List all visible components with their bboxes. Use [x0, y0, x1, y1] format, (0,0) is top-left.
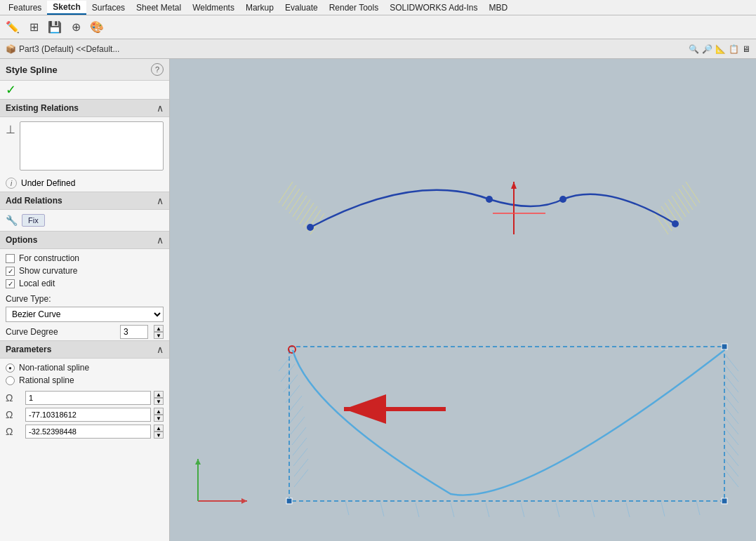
param-input-1[interactable] [25, 391, 151, 405]
options-label: Options [6, 235, 37, 245]
param-3-spinner: ▲ ▼ [154, 425, 164, 439]
existing-relations-toggle: ∧ [157, 102, 164, 114]
add-relations-header[interactable]: Add Relations ∧ [0, 192, 169, 210]
part-icon: 📦 [6, 44, 16, 54]
options-toggle: ∧ [157, 234, 164, 246]
toolbar-color-icon[interactable]: 🎨 [87, 18, 107, 37]
degree-up-button[interactable]: ▲ [154, 325, 164, 332]
menu-features[interactable]: Features [3, 1, 47, 14]
for-construction-checkbox[interactable] [6, 254, 15, 263]
toolbar-grid-icon[interactable]: ⊞ [24, 18, 44, 37]
toolbar2-icon-1[interactable]: 🔍 [689, 44, 699, 54]
menu-surfaces[interactable]: Surfaces [86, 1, 131, 14]
option-show-curvature: Show curvature [6, 266, 164, 276]
option-for-construction: For construction [6, 253, 164, 263]
toolbar-save-icon[interactable]: 💾 [45, 18, 65, 37]
under-defined-row: i Under Defined [0, 175, 169, 192]
menu-mbd[interactable]: MBD [484, 1, 514, 14]
curve-type-label: Curve Type: [0, 293, 169, 305]
panel-help-button[interactable]: ? [151, 63, 164, 76]
parameters-header[interactable]: Parameters ∧ [0, 340, 169, 359]
toolbar: ✏️ ⊞ 💾 ⊕ 🎨 [0, 15, 756, 39]
param-input-2[interactable] [25, 408, 151, 422]
panel-header: Style Spline ? [0, 59, 169, 81]
menu-render-tools[interactable]: Render Tools [324, 1, 385, 14]
under-defined-label: Under Defined [21, 178, 75, 188]
param-3-down[interactable]: ▼ [154, 432, 164, 439]
sketch-svg [170, 59, 756, 541]
info-icon: i [6, 178, 17, 189]
toolbar2-icon-4[interactable]: 📋 [729, 44, 739, 54]
curve-degree-row: Curve Degree ▲ ▼ [0, 323, 169, 340]
svg-rect-35 [722, 498, 727, 504]
param-icon-1: Ω [6, 392, 22, 403]
menu-bar: Features Sketch Surfaces Sheet Metal Wel… [0, 0, 756, 15]
existing-relations-box [20, 121, 164, 171]
toolbar2-icon-3[interactable]: 📐 [715, 44, 726, 54]
curve-select-row: Bezier Curve B-Spline Curve [0, 305, 169, 323]
main-layout: Style Spline ? ✓ Existing Relations ∧ ⊥ … [0, 59, 756, 541]
toolbar2: 📦 Part3 (Default) <<Default... 🔍 🔎 📐 📋 🖥 [0, 39, 756, 59]
canvas-area [170, 59, 756, 541]
confirm-button[interactable]: ✓ [0, 81, 169, 99]
non-rational-label: Non-rational spline [19, 363, 89, 373]
existing-relations-label: Existing Relations [6, 103, 79, 113]
menu-weldments[interactable]: Weldments [187, 1, 240, 14]
toolbar-sketch-icon[interactable]: ✏️ [3, 18, 22, 37]
toolbar2-icon-5[interactable]: 🖥 [742, 44, 750, 54]
param-2-down[interactable]: ▼ [154, 415, 164, 422]
rational-row: Rational spline [6, 375, 164, 385]
option-local-edit: Local edit [6, 279, 164, 288]
rational-radio[interactable] [6, 376, 15, 385]
curve-type-select[interactable]: Bezier Curve B-Spline Curve [6, 307, 164, 322]
show-curvature-label: Show curvature [19, 266, 77, 276]
for-construction-label: For construction [19, 253, 79, 263]
param-2-up[interactable]: ▲ [154, 408, 164, 415]
local-edit-label: Local edit [19, 279, 55, 288]
param-1-down[interactable]: ▼ [154, 398, 164, 405]
degree-down-button[interactable]: ▼ [154, 332, 164, 339]
param-1-up[interactable]: ▲ [154, 391, 164, 398]
param-icon-2: Ω [6, 409, 22, 420]
param-icon-3: Ω [6, 426, 22, 437]
svg-point-27 [559, 196, 566, 203]
svg-rect-34 [722, 344, 727, 349]
menu-sketch[interactable]: Sketch [47, 1, 86, 15]
param-1-spinner: ▲ ▼ [154, 391, 164, 405]
existing-relations-area: ⊥ [0, 117, 169, 175]
rational-label: Rational spline [19, 375, 74, 385]
toolbar-target-icon[interactable]: ⊕ [66, 18, 86, 37]
svg-point-26 [486, 196, 493, 203]
param-2-spinner: ▲ ▼ [154, 408, 164, 422]
param-3-up[interactable]: ▲ [154, 425, 164, 432]
breadcrumb: Part3 (Default) <<Default... [19, 44, 119, 54]
existing-relations-header[interactable]: Existing Relations ∧ [0, 99, 169, 117]
non-rational-radio[interactable] [6, 363, 15, 373]
param-input-3-row: Ω ▲ ▼ [0, 423, 169, 440]
svg-rect-33 [286, 498, 292, 504]
options-area: For construction Show curvature Local ed… [0, 249, 169, 293]
svg-point-25 [307, 224, 314, 231]
curve-degree-input[interactable] [120, 325, 148, 339]
options-header[interactable]: Options ∧ [0, 231, 169, 249]
param-input-1-row: Ω ▲ ▼ [0, 389, 169, 406]
param-input-3[interactable] [25, 425, 151, 439]
fix-icon: 🔧 [6, 215, 18, 226]
toolbar2-icon-2[interactable]: 🔎 [702, 44, 712, 54]
menu-markup[interactable]: Markup [240, 1, 279, 14]
local-edit-checkbox[interactable] [6, 279, 15, 288]
non-rational-row: Non-rational spline [6, 363, 164, 373]
show-curvature-checkbox[interactable] [6, 267, 15, 276]
add-relations-label: Add Relations [6, 196, 62, 206]
parameters-label: Parameters [6, 345, 51, 354]
parameters-toggle: ∧ [157, 344, 164, 355]
menu-evaluate[interactable]: Evaluate [279, 1, 324, 14]
menu-sheet-metal[interactable]: Sheet Metal [131, 1, 187, 14]
fix-tag[interactable]: Fix [22, 214, 45, 227]
add-relations-toggle: ∧ [157, 195, 164, 206]
svg-rect-0 [170, 59, 756, 541]
degree-spinner: ▲ ▼ [154, 325, 164, 339]
menu-addins[interactable]: SOLIDWORKS Add-Ins [384, 1, 483, 14]
panel-title: Style Spline [6, 65, 58, 75]
params-area: Non-rational spline Rational spline [0, 359, 169, 389]
